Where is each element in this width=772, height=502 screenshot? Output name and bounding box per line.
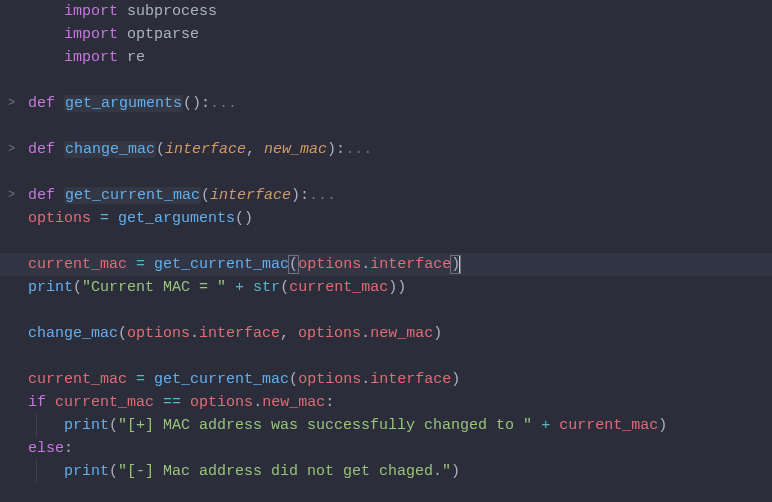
variable: options (28, 210, 91, 227)
string: "[+] MAC address was successfully change… (118, 417, 532, 434)
code-line[interactable]: print("[+] MAC address was successfully … (0, 414, 772, 437)
property: interface (370, 371, 451, 388)
function-call: get_current_mac (154, 256, 289, 273)
fold-arrow-icon[interactable]: > (8, 184, 15, 207)
indent-guide (36, 414, 37, 437)
variable: current_mac (55, 394, 154, 411)
keyword: def (28, 187, 55, 204)
code-line[interactable] (0, 161, 772, 184)
code-line[interactable]: >def change_mac(interface, new_mac):... (0, 138, 772, 161)
variable: current_mac (28, 256, 127, 273)
keyword: def (28, 141, 55, 158)
property: new_mac (262, 394, 325, 411)
code-editor[interactable]: changer › 🐍 mac_changer.py › ... import … (0, 0, 772, 483)
property: interface (199, 325, 280, 342)
variable: options (190, 394, 253, 411)
string: "[-] Mac address did not get chaged." (118, 463, 451, 480)
property: interface (370, 256, 451, 273)
code-line[interactable] (0, 69, 772, 92)
fold-arrow-icon[interactable]: > (8, 92, 15, 115)
module: subprocess (127, 3, 217, 20)
code-line[interactable]: print("Current MAC = " + str(current_mac… (0, 276, 772, 299)
function-call: change_mac (28, 325, 118, 342)
code-line[interactable]: >def get_current_mac(interface):... (0, 184, 772, 207)
parameter: new_mac (264, 141, 327, 158)
code-line[interactable]: print("[-] Mac address did not get chage… (0, 460, 772, 483)
module: optparse (127, 26, 199, 43)
code-line[interactable]: current_mac = get_current_mac(options.in… (0, 368, 772, 391)
parameter: interface (165, 141, 246, 158)
function-call: print (64, 463, 109, 480)
keyword: def (28, 95, 55, 112)
function-name: change_mac (64, 141, 156, 158)
string: "Current MAC = " (82, 279, 226, 296)
code-line[interactable]: options = get_arguments() (0, 207, 772, 230)
function-call: get_current_mac (154, 371, 289, 388)
code-line[interactable]: import subprocess (0, 0, 772, 23)
variable: options (298, 371, 361, 388)
variable: current_mac (559, 417, 658, 434)
code-line[interactable] (0, 345, 772, 368)
function-name: get_arguments (64, 95, 183, 112)
code-line[interactable]: import optparse (0, 23, 772, 46)
fold-arrow-icon[interactable]: > (8, 138, 15, 161)
code-line[interactable]: import re (0, 46, 772, 69)
builtin: str (253, 279, 280, 296)
variable: options (298, 256, 361, 273)
keyword: import (64, 3, 118, 20)
fold-indicator[interactable]: ... (309, 187, 336, 204)
keyword: import (64, 49, 118, 66)
keyword: import (64, 26, 118, 43)
module: re (127, 49, 145, 66)
property: new_mac (370, 325, 433, 342)
variable: current_mac (28, 371, 127, 388)
fold-indicator[interactable]: ... (210, 95, 237, 112)
code-line[interactable]: change_mac(options.interface, options.ne… (0, 322, 772, 345)
keyword: else (28, 440, 64, 457)
keyword: if (28, 394, 46, 411)
code-line[interactable]: if current_mac == options.new_mac: (0, 391, 772, 414)
code-line[interactable]: >def get_arguments():... (0, 92, 772, 115)
variable: options (127, 325, 190, 342)
code-line-active[interactable]: current_mac = get_current_mac(options.in… (0, 253, 772, 276)
code-line[interactable] (0, 115, 772, 138)
function-name: get_current_mac (64, 187, 201, 204)
variable: current_mac (289, 279, 388, 296)
variable: options (298, 325, 361, 342)
code-area[interactable]: import subprocess import optparse import… (0, 0, 772, 483)
indent-guide (36, 460, 37, 483)
code-line[interactable] (0, 299, 772, 322)
parameter: interface (210, 187, 291, 204)
code-line[interactable]: else: (0, 437, 772, 460)
fold-indicator[interactable]: ... (345, 141, 372, 158)
function-call: get_arguments (118, 210, 235, 227)
function-call: print (28, 279, 73, 296)
function-call: print (64, 417, 109, 434)
code-line[interactable] (0, 230, 772, 253)
